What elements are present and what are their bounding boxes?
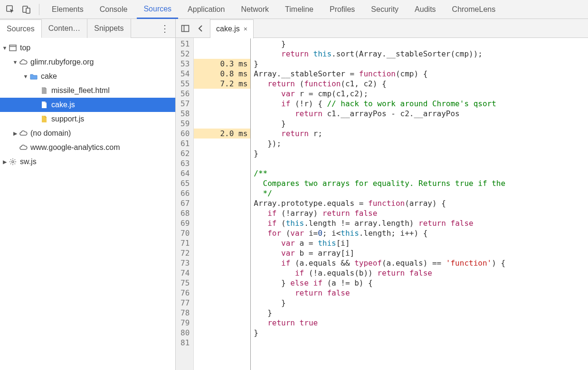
code-content[interactable]: } return this.sort(Array.__stableSorter(…	[251, 38, 588, 370]
top-tab-sources[interactable]: Sources	[137, 0, 178, 19]
file-y-icon	[40, 115, 48, 123]
tree-item-0[interactable]: ▼top	[0, 41, 175, 55]
code-viewer[interactable]: 5152535455565758596061626364656667686970…	[176, 38, 588, 370]
devtools-main-tabs: ElementsConsoleSourcesApplicationNetwork…	[0, 0, 588, 19]
tree-item-label: cake.js	[51, 101, 75, 109]
gear-icon	[9, 157, 17, 166]
top-tab-timeline[interactable]: Timeline	[278, 0, 320, 19]
history-back-icon[interactable]	[194, 22, 207, 35]
editor-nav	[176, 19, 210, 38]
inspect-element-icon[interactable]	[4, 3, 17, 16]
tree-item-8[interactable]: ▶sw.js	[0, 155, 175, 169]
tree-item-6[interactable]: ▶(no domain)	[0, 126, 175, 140]
folder-icon	[29, 72, 38, 81]
tree-item-label: www.google-analytics.com	[30, 143, 120, 152]
editor-tab-title: cake.js	[216, 25, 240, 33]
disclosure-triangle[interactable]: ▼	[12, 59, 18, 65]
tree-item-3[interactable]: missile_fleet.html	[0, 83, 175, 98]
tree-item-1[interactable]: ▼glimr.rubyforge.org	[0, 55, 175, 69]
tree-item-label: missile_fleet.html	[51, 86, 110, 95]
tree-item-label: glimr.rubyforge.org	[30, 58, 94, 66]
file-icon	[40, 86, 48, 95]
svg-rect-2	[26, 8, 30, 13]
toggle-navigator-icon[interactable]	[179, 22, 192, 35]
cloud-icon	[19, 129, 28, 138]
editor-area: cake.js × 515253545556575859606162636465…	[176, 19, 588, 370]
frame-icon	[9, 44, 17, 52]
tree-item-label: cake	[41, 72, 57, 81]
disclosure-triangle[interactable]: ▼	[2, 45, 8, 51]
line-number-gutter: 5152535455565758596061626364656667686970…	[176, 38, 194, 370]
top-tab-application[interactable]: Application	[181, 0, 231, 19]
tree-item-4[interactable]: cake.js	[0, 98, 175, 112]
side-tab-0[interactable]: Sources	[0, 19, 42, 38]
editor-tabbar: cake.js ×	[176, 19, 588, 38]
separator	[39, 4, 39, 15]
tree-item-label: top	[20, 44, 30, 52]
tree-item-2[interactable]: ▼cake	[0, 69, 175, 83]
tree-item-7[interactable]: www.google-analytics.com	[0, 140, 175, 155]
cloud-icon	[19, 143, 28, 152]
main-area: SourcesConten…Snippets ⋮ ▼top▼glimr.ruby…	[0, 19, 588, 370]
disclosure-triangle[interactable]: ▶	[12, 130, 18, 137]
side-tab-1[interactable]: Conten…	[42, 19, 88, 38]
top-tab-profiles[interactable]: Profiles	[323, 0, 361, 19]
tree-item-label: sw.js	[20, 157, 37, 166]
close-tab-icon[interactable]: ×	[244, 25, 247, 33]
svg-point-5	[12, 161, 14, 163]
svg-rect-6	[182, 25, 189, 31]
toggle-device-icon[interactable]	[20, 3, 33, 16]
file-tree: ▼top▼glimr.rubyforge.org▼cakemissile_fle…	[0, 38, 175, 172]
svg-rect-3	[9, 45, 16, 51]
top-tab-chromelens[interactable]: ChromeLens	[446, 0, 503, 19]
disclosure-triangle[interactable]: ▶	[2, 159, 8, 165]
tree-item-label: (no domain)	[30, 129, 71, 138]
top-tab-audits[interactable]: Audits	[408, 0, 442, 19]
timing-gutter: 0.3 ms0.8 ms7.2 ms2.0 ms	[194, 38, 251, 370]
sources-sidebar: SourcesConten…Snippets ⋮ ▼top▼glimr.ruby…	[0, 19, 176, 370]
sidebar-more-icon[interactable]: ⋮	[154, 23, 175, 34]
disclosure-triangle[interactable]: ▼	[23, 74, 28, 79]
tree-item-label: support.js	[51, 115, 84, 123]
top-tab-elements[interactable]: Elements	[45, 0, 90, 19]
file-sel-icon	[40, 101, 48, 109]
top-tab-network[interactable]: Network	[234, 0, 275, 19]
cloud-icon	[19, 58, 28, 66]
top-tab-console[interactable]: Console	[93, 0, 134, 19]
top-tab-security[interactable]: Security	[364, 0, 405, 19]
tree-item-5[interactable]: support.js	[0, 112, 175, 126]
side-tab-2[interactable]: Snippets	[87, 19, 131, 38]
editor-tab-cakejs[interactable]: cake.js ×	[210, 19, 254, 38]
sidebar-tabs: SourcesConten…Snippets ⋮	[0, 19, 175, 38]
